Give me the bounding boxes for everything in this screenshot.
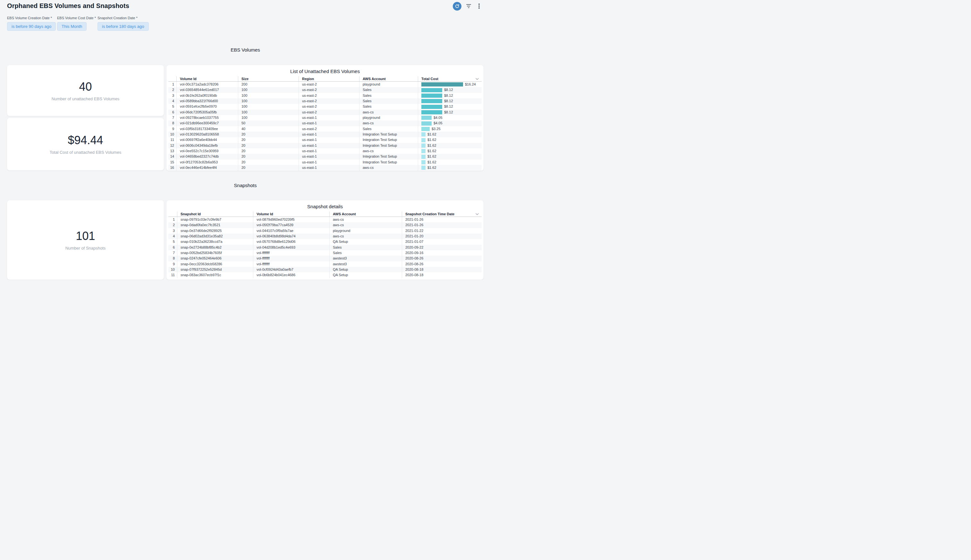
aws-account-cell: Sales [359, 93, 418, 98]
row-number: 4 [168, 233, 177, 239]
cost-bar [421, 88, 442, 92]
table-row: 4vol-0589bba321f766d00100us-east-2Sales$… [168, 98, 482, 104]
panel-unattached-volume-count: 40 Number of unattached EBS Volumes [7, 65, 164, 116]
chevron-down-icon[interactable] [475, 213, 479, 216]
volumes-col-size[interactable]: Size [238, 76, 299, 82]
table-row: 7vol-09278bcaeb1037755100us-east-1playgr… [168, 115, 482, 120]
size-cell: 20 [238, 132, 299, 137]
volume-id-cell: vol-ffffffff [253, 250, 329, 256]
region-cell: us-east-2 [299, 82, 359, 87]
cost-bar [421, 160, 426, 164]
row-number: 4 [168, 98, 176, 104]
size-cell: 100 [238, 93, 299, 98]
volume-id-cell: vol-036548544e61ed017 [176, 87, 238, 93]
size-cell: 100 [238, 110, 299, 115]
region-cell: us-east-1 [299, 148, 359, 154]
size-cell: 20 [238, 137, 299, 143]
filter-chip-ebs-volume-cost-date[interactable]: This Month [57, 22, 87, 31]
table-row: 9vol-03f5b3181733409ee40us-east-2Sales$3… [168, 126, 482, 132]
filter-chip-ebs-volume-creation-date[interactable]: is before 90 days ago [7, 22, 56, 31]
volumes-col-region[interactable]: Region [299, 76, 359, 82]
cost-bar [421, 166, 426, 170]
volume-id-cell: vol-00697ff2a6e40bb44 [176, 137, 238, 143]
row-number: 9 [168, 126, 176, 132]
cost-bar [421, 110, 442, 114]
volume-id-cell: vol-0ec446e414bfee4f4 [176, 165, 238, 170]
stat-label-volume-cost: Total Cost of unattached EBS Volumes [50, 150, 121, 155]
filter-button[interactable] [465, 3, 472, 9]
volume-id-cell: vol-063840b8d98d4da74 [253, 233, 329, 239]
size-cell: 50 [238, 120, 299, 126]
volumes-col-aws-account[interactable]: AWS Account [359, 76, 418, 82]
volumes-col-volume-id[interactable]: Volume Id [176, 76, 238, 82]
volumes-col-total-cost[interactable]: Total Cost [418, 76, 482, 82]
table-row: 2vol-036548544e61ed017100us-east-2Sales$… [168, 87, 482, 93]
total-cost-cell: $1.62 [418, 132, 482, 137]
aws-account-cell: aws-cs [359, 148, 418, 154]
volume-id-cell: vol-0cf0924d43a0aefb7 [253, 267, 329, 272]
refresh-button[interactable] [453, 2, 461, 10]
aws-account-cell: Sales [329, 245, 402, 250]
total-cost-cell: $4.05 [418, 115, 482, 120]
row-number: 11 [168, 272, 177, 278]
volume-id-cell: vol-09278bcaeb1037755 [176, 115, 238, 120]
row-number: 15 [168, 160, 176, 165]
snapshot-id-cell: snap-0dad0fa0ec7fc3521 [177, 222, 253, 228]
stat-label-volume-count: Number of unattached EBS Volumes [52, 97, 120, 101]
row-number: 6 [168, 245, 177, 250]
aws-account-cell: Integration Test Setup [359, 137, 418, 143]
size-cell: 200 [238, 82, 299, 87]
creation-date-cell: 2020-08-18 [402, 272, 482, 278]
volume-id-cell: vol-0570768d8e6129d06 [253, 239, 329, 245]
snapshot-id-cell: snap-0e2724b88bf85c4b2 [177, 245, 253, 250]
snapshot-id-cell: snap-010b22a36238ccd7a [177, 239, 253, 245]
aws-account-cell: Sales [359, 104, 418, 109]
snapshot-id-cell: snap-06d02ad3d31e35a82 [177, 233, 253, 239]
kebab-menu-button[interactable] [477, 2, 481, 10]
volume-id-cell: vol-0f127053c82b6a953 [176, 160, 238, 165]
snapshots-col-aws-account[interactable]: AWS Account [329, 212, 402, 217]
cost-bar [421, 138, 426, 142]
creation-date-cell: 2021-01-07 [402, 239, 482, 245]
region-cell: us-east-2 [299, 110, 359, 115]
cost-bar [421, 105, 442, 109]
region-cell: us-east-1 [299, 165, 359, 170]
total-cost-cell: $1.62 [418, 165, 482, 170]
table-row: 8snap-0247cfe052464e606vol-ffffffffawste… [168, 256, 482, 261]
cost-bar [421, 127, 430, 131]
cost-bar [421, 82, 463, 87]
volume-id-cell: vol-0ee552c7c15e30959 [176, 148, 238, 154]
aws-account-cell: Integration Test Setup [359, 154, 418, 159]
chevron-down-icon[interactable] [475, 78, 479, 80]
size-cell: 20 [238, 143, 299, 148]
aws-account-cell: QA Setup [329, 267, 402, 272]
table-row: 10snap-07f9372252e52845dvol-0cf0924d43a0… [168, 267, 482, 272]
size-cell: 100 [238, 104, 299, 109]
cost-label: $1.62 [428, 165, 436, 170]
aws-account-cell: awstest3 [329, 262, 402, 267]
region-cell: us-east-1 [299, 143, 359, 148]
panel-snapshot-count: 101 Number of Snapshots [7, 200, 164, 280]
aws-account-cell: Sales [359, 87, 418, 93]
volume-id-cell: vol-0606c04349da18efb [176, 143, 238, 148]
aws-account-cell: aws-cs [359, 110, 418, 115]
filter-chip-snapshot-creation-date[interactable]: is before 180 days ago [97, 22, 149, 31]
size-cell: 100 [238, 115, 299, 120]
region-cell: us-east-1 [299, 115, 359, 120]
row-number: 13 [168, 148, 176, 154]
snapshots-col-snapshot-id[interactable]: Snapshot Id [177, 212, 253, 217]
cost-label: $1.62 [428, 137, 436, 143]
row-number: 11 [168, 137, 176, 143]
total-cost-cell: $8.12 [418, 98, 482, 104]
row-number: 8 [168, 256, 177, 261]
snapshots-col-volume-id[interactable]: Volume Id [253, 212, 329, 217]
table-row: 11vol-00697ff2a6e40bb4420us-east-1Integr… [168, 137, 482, 143]
section-heading-ebs-volumes: EBS Volumes [7, 47, 484, 53]
aws-account-cell: aws-cs [329, 222, 402, 228]
size-cell: 20 [238, 154, 299, 159]
total-cost-cell: $8.12 [418, 87, 482, 93]
stat-value-snapshot-count: 101 [76, 229, 95, 243]
snapshots-col-creation-date[interactable]: Snapshot Creation Time Date [402, 212, 482, 217]
cost-label: $1.62 [428, 148, 436, 154]
aws-account-cell: playground [359, 115, 418, 120]
